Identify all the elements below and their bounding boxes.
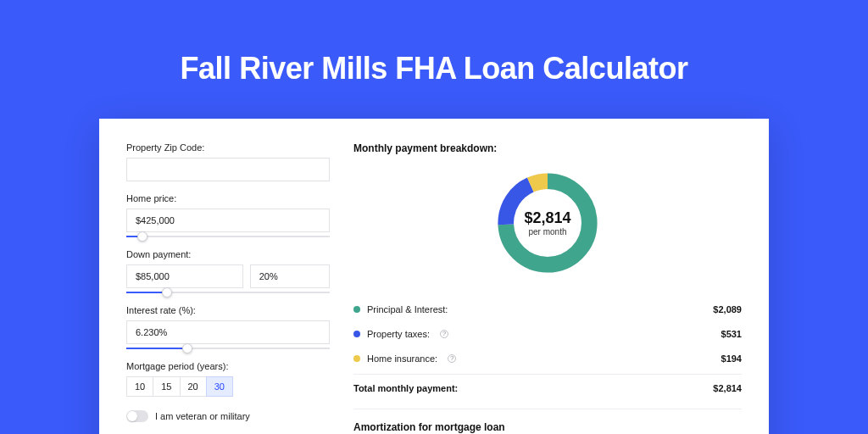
legend-value: $194 xyxy=(721,353,742,364)
period-label: Mortgage period (years): xyxy=(126,361,330,371)
legend-label: Home insurance: xyxy=(367,353,437,364)
veteran-toggle[interactable] xyxy=(126,410,148,422)
breakdown-column: Monthly payment breakdown: $2,814 per mo… xyxy=(353,142,742,434)
period-option-10[interactable]: 10 xyxy=(126,376,153,397)
veteran-label: I am veteran or military xyxy=(155,411,250,421)
legend-list: Principal & Interest:$2,089Property taxe… xyxy=(353,297,742,370)
toggle-knob-icon xyxy=(127,411,137,421)
slider-thumb-icon[interactable] xyxy=(182,343,192,353)
period-option-30[interactable]: 30 xyxy=(206,376,233,397)
interest-input[interactable]: 6.230% xyxy=(126,320,330,344)
down-payment-label: Down payment: xyxy=(126,249,330,259)
slider-thumb-icon[interactable] xyxy=(162,287,172,298)
legend-dot-icon xyxy=(353,306,360,313)
page-title: Fall River Mills FHA Loan Calculator xyxy=(0,51,868,86)
legend-value: $531 xyxy=(721,329,742,339)
calculator-card: Property Zip Code: Home price: $425,000 … xyxy=(99,119,769,434)
legend-dot-icon xyxy=(353,355,360,362)
home-price-input[interactable]: $425,000 xyxy=(126,209,330,232)
home-price-slider[interactable] xyxy=(126,236,330,237)
legend-value: $2,089 xyxy=(713,304,742,314)
zip-input[interactable] xyxy=(126,158,330,181)
legend-row: Principal & Interest:$2,089 xyxy=(353,297,742,321)
home-price-label: Home price: xyxy=(126,193,330,203)
info-icon[interactable]: ? xyxy=(448,354,456,363)
legend-label: Property taxes: xyxy=(367,329,430,339)
legend-row: Property taxes:?$531 xyxy=(353,321,742,346)
down-payment-pct-input[interactable]: 20% xyxy=(250,264,330,288)
total-value: $2,814 xyxy=(713,383,742,393)
period-option-20[interactable]: 20 xyxy=(180,376,207,397)
interest-slider[interactable] xyxy=(126,348,330,349)
payment-donut-chart: $2,814 per month xyxy=(492,168,603,278)
slider-thumb-icon[interactable] xyxy=(137,231,147,242)
inputs-column: Property Zip Code: Home price: $425,000 … xyxy=(126,142,330,434)
zip-label: Property Zip Code: xyxy=(126,142,330,153)
legend-dot-icon xyxy=(353,331,360,337)
legend-label: Principal & Interest: xyxy=(367,304,448,314)
down-payment-input[interactable]: $85,000 xyxy=(126,264,243,288)
interest-label: Interest rate (%): xyxy=(126,305,330,315)
legend-row: Home insurance:?$194 xyxy=(353,346,742,370)
donut-value: $2,814 xyxy=(524,209,570,227)
amort-title: Amortization for mortgage loan xyxy=(353,421,742,433)
total-label: Total monthly payment: xyxy=(353,383,458,393)
divider xyxy=(353,409,742,409)
donut-subtitle: per month xyxy=(528,227,566,236)
breakdown-title: Monthly payment breakdown: xyxy=(353,142,742,154)
period-option-15[interactable]: 15 xyxy=(153,376,180,397)
period-segmented: 10152030 xyxy=(126,376,330,397)
down-payment-slider[interactable] xyxy=(126,292,330,293)
info-icon[interactable]: ? xyxy=(440,330,448,338)
